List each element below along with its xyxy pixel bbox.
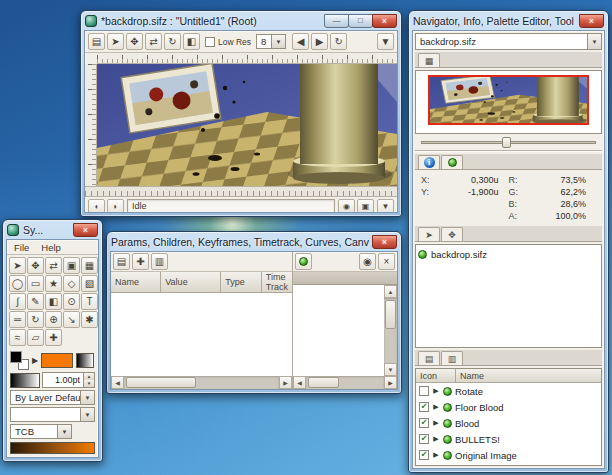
timetrack-canvas[interactable]: [293, 285, 384, 376]
close-button[interactable]: ×: [372, 14, 397, 28]
list-item[interactable]: backdrop.sifz: [418, 247, 599, 262]
minimize-button[interactable]: —: [324, 14, 349, 28]
horizontal-scrollbar[interactable]: ◀ ▶: [111, 376, 292, 389]
expander-icon[interactable]: ▶: [432, 403, 440, 411]
toolbar-button[interactable]: ➤: [107, 33, 124, 50]
tool-button[interactable]: ▧: [81, 275, 98, 292]
toolbar-button[interactable]: ▤: [88, 33, 105, 50]
tab-info[interactable]: i: [418, 155, 440, 169]
table-row[interactable]: ✔ ▶ BULLETS!: [416, 431, 601, 447]
layer-visibility-checkbox[interactable]: ✔: [419, 450, 429, 460]
table-row[interactable]: ✔ ▶ Blood: [416, 415, 601, 431]
tool-button[interactable]: ▭: [27, 275, 44, 292]
horizontal-scrollbar[interactable]: ◀ ▶: [293, 376, 397, 389]
tool-button[interactable]: ◇: [63, 275, 80, 292]
vertical-scrollbar[interactable]: ▲ ▼: [384, 285, 397, 376]
layer-visibility-checkbox[interactable]: ✔: [419, 434, 429, 444]
navigator-view-rect[interactable]: [428, 75, 589, 125]
outline-color-swatch[interactable]: [10, 351, 22, 363]
slider-handle[interactable]: [502, 137, 511, 148]
statusbar-button[interactable]: ◖: [88, 199, 105, 214]
maximize-button[interactable]: □: [348, 14, 373, 28]
tab-palette[interactable]: [441, 155, 463, 169]
layers-tab[interactable]: ▥: [441, 351, 463, 365]
timetrack-ruler[interactable]: [293, 272, 397, 285]
toolbar-button[interactable]: ◧: [183, 33, 200, 50]
close-button[interactable]: ×: [372, 235, 397, 249]
toolbox-titlebar[interactable]: Sy... ×: [3, 220, 102, 239]
chevron-down-icon[interactable]: ▼: [57, 425, 71, 438]
tool-button[interactable]: ✎: [27, 293, 44, 310]
params-toolbar-button[interactable]: ▤: [113, 253, 130, 270]
scroll-thumb[interactable]: [126, 377, 196, 388]
chevron-down-icon[interactable]: ▼: [80, 408, 94, 421]
open-file-select[interactable]: backdrop.sifz ▼: [415, 33, 602, 50]
tool-button[interactable]: ⇄: [45, 257, 62, 274]
statusbar-button[interactable]: ▣: [357, 199, 374, 214]
tool-button[interactable]: ⊙: [63, 293, 80, 310]
expander-icon[interactable]: ▶: [432, 387, 440, 395]
navigator-zoom-slider[interactable]: [421, 136, 596, 148]
time-ruler[interactable]: [85, 186, 397, 197]
canvas-window-titlebar[interactable]: *backdrop.sifz : "Untitled1" (Root) — □ …: [81, 11, 401, 30]
default-gradient-bar[interactable]: [10, 442, 95, 454]
column-header[interactable]: Time Track: [262, 272, 292, 292]
scroll-right-icon[interactable]: ▶: [279, 376, 292, 389]
tool-button[interactable]: T: [81, 293, 98, 310]
tool-button[interactable]: ★: [45, 275, 62, 292]
expander-icon[interactable]: ▶: [432, 435, 440, 443]
params-toolbar-button[interactable]: ✚: [132, 253, 149, 270]
column-header[interactable]: Value: [161, 272, 221, 292]
toolbar-button[interactable]: ↻: [164, 33, 181, 50]
menu-item[interactable]: Help: [36, 241, 66, 254]
scroll-left-icon[interactable]: ◀: [293, 376, 306, 389]
column-header-name[interactable]: Name: [456, 369, 488, 382]
desktop[interactable]: { "glyphs": { "min": "—", "max": "□", "c…: [0, 0, 612, 475]
statusbar-menu-button[interactable]: ▼: [377, 199, 394, 214]
layers-tab[interactable]: ▤: [418, 351, 440, 365]
tool-button[interactable]: ═: [9, 311, 26, 328]
brush-preview[interactable]: [10, 373, 40, 388]
toolbar-button[interactable]: ⇄: [145, 33, 162, 50]
scroll-right-icon[interactable]: ▶: [384, 376, 397, 389]
canvas-work-area[interactable]: [97, 64, 397, 186]
spin-down-icon[interactable]: ▼: [84, 380, 94, 387]
timetrack-button[interactable]: ×: [378, 253, 395, 270]
timetrack-canvas-button[interactable]: [295, 253, 312, 270]
default-layer-select[interactable]: By Layer Default ▼: [10, 390, 95, 405]
expander-icon[interactable]: ▶: [432, 451, 440, 459]
layer-visibility-checkbox[interactable]: ✔: [419, 386, 429, 396]
toolbar-button[interactable]: ▶: [311, 33, 328, 50]
low-res-divisor-select[interactable]: 8 ▼: [256, 34, 286, 49]
swap-colors-icon[interactable]: ▶: [32, 356, 38, 365]
scroll-thumb[interactable]: [385, 300, 396, 329]
tool-button[interactable]: ✱: [81, 311, 98, 328]
tool-button[interactable]: ▦: [81, 257, 98, 274]
tool-button[interactable]: ▣: [63, 257, 80, 274]
tool-button[interactable]: ✚: [45, 329, 62, 346]
table-row[interactable]: ✔ ▶ BG: [416, 463, 601, 466]
table-row[interactable]: ✔ ▶ Floor Blood: [416, 399, 601, 415]
params-titlebar[interactable]: Params, Children, Keyframes, Timetrack, …: [107, 232, 401, 251]
scroll-down-icon[interactable]: ▼: [384, 363, 397, 376]
canvas-menu-button[interactable]: ▼: [377, 33, 394, 50]
tab-canvas-browser[interactable]: ➤: [418, 227, 440, 241]
scroll-track[interactable]: [384, 298, 397, 363]
statusbar-button[interactable]: ◉: [338, 199, 355, 214]
low-res-toggle[interactable]: Low Res: [205, 37, 251, 47]
current-color-swatch[interactable]: [41, 353, 73, 368]
layer-visibility-checkbox[interactable]: ✔: [419, 418, 429, 428]
tool-button[interactable]: ✥: [27, 257, 44, 274]
table-row[interactable]: ✔ ▶ Rotate: [416, 383, 601, 399]
table-row[interactable]: ✔ ▶ Original Image: [416, 447, 601, 463]
tool-button[interactable]: ◧: [45, 293, 62, 310]
params-table[interactable]: [111, 293, 292, 376]
scroll-track[interactable]: [306, 376, 384, 389]
scroll-track[interactable]: [124, 376, 279, 389]
expander-icon[interactable]: ▶: [432, 419, 440, 427]
scroll-up-icon[interactable]: ▲: [384, 285, 397, 298]
outline-fill-swatches[interactable]: [10, 351, 29, 370]
tool-button[interactable]: ◯: [9, 275, 26, 292]
tool-button[interactable]: ↻: [27, 311, 44, 328]
tool-button[interactable]: ∫: [9, 293, 26, 310]
